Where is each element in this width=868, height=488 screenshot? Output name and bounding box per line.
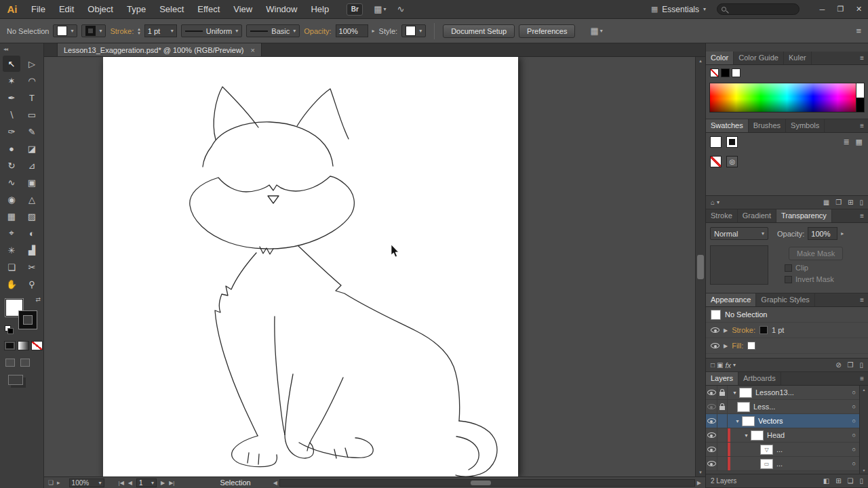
visibility-toggle[interactable] xyxy=(706,457,717,470)
layer-thumbnail[interactable] xyxy=(742,416,755,426)
cs-live-icon[interactable]: ∿ xyxy=(397,4,405,14)
tool-type[interactable]: T xyxy=(23,89,41,106)
tab-stroke[interactable]: Stroke xyxy=(706,209,738,222)
close-button[interactable]: ✕ xyxy=(850,5,868,14)
tab-close-icon[interactable]: × xyxy=(251,46,255,54)
duplicate-item-icon[interactable]: ❐ xyxy=(848,361,854,369)
black-white-ramp[interactable] xyxy=(856,83,864,112)
new-sublayer-icon[interactable]: ⊞ xyxy=(835,477,841,485)
invert-mask-checkbox[interactable] xyxy=(785,276,792,283)
collapse-panel-icon[interactable]: ◂◂ xyxy=(0,43,43,56)
tool-hand[interactable]: ✋ xyxy=(3,276,20,292)
visibility-toggle[interactable] xyxy=(706,443,717,456)
swatch-kinds-icon[interactable]: ▦ xyxy=(823,199,829,206)
tool-shape-builder[interactable]: ◉ xyxy=(3,191,20,207)
target-icon[interactable]: ○ xyxy=(852,446,856,453)
layer-row-less[interactable]: Less... ○ xyxy=(706,400,868,414)
appearance-stroke-row[interactable]: ▶ Stroke: 1 pt xyxy=(706,323,868,338)
horizontal-scrollbar-thumb[interactable] xyxy=(471,481,491,485)
color-spectrum[interactable] xyxy=(709,83,865,113)
fill-link[interactable]: Fill: xyxy=(732,342,743,350)
tool-magic-wand[interactable]: ✶ xyxy=(3,73,20,89)
expand-icon[interactable]: ▼ xyxy=(735,419,740,424)
status-flyout-icon[interactable]: ▸ xyxy=(57,479,60,486)
tab-transparency[interactable]: Transparency xyxy=(776,209,832,222)
visibility-eye-icon[interactable] xyxy=(711,327,719,333)
menu-effect[interactable]: Effect xyxy=(191,0,226,18)
draw-behind-icon[interactable] xyxy=(20,359,30,367)
layers-scrollbar[interactable]: ▴ ▾ xyxy=(859,386,868,474)
menu-object[interactable]: Object xyxy=(81,0,120,18)
new-stroke-icon[interactable]: □ xyxy=(711,361,715,369)
list-view-icon[interactable]: ≣ xyxy=(843,138,849,146)
stroke-swatch[interactable] xyxy=(19,311,37,329)
artboard-number-field[interactable]: 1 ▾ xyxy=(136,479,157,487)
layer-row-vectors[interactable]: ▼ Vectors ○ xyxy=(706,414,868,428)
tool-symbol-sprayer[interactable]: ✳ xyxy=(3,242,20,258)
tab-symbols[interactable]: Symbols xyxy=(786,119,825,132)
workspace-switcher[interactable]: ▦ Essentials ▾ xyxy=(651,5,706,14)
tool-blend[interactable]: ◐ xyxy=(23,225,41,241)
menu-view[interactable]: View xyxy=(226,0,259,18)
brush-definition-dropdown[interactable]: Basic ▾ xyxy=(246,24,300,37)
panel-menu-icon[interactable]: ≡ xyxy=(856,119,868,132)
visibility-toggle[interactable] xyxy=(706,386,717,399)
stroke-link[interactable]: Stroke: xyxy=(110,27,134,35)
expand-icon[interactable]: ▼ xyxy=(732,390,737,395)
delete-item-icon[interactable]: ▯ xyxy=(859,361,863,369)
panel-menu-icon[interactable]: ≡ xyxy=(856,209,868,222)
tab-artboards[interactable]: Artboards xyxy=(738,372,781,385)
tool-scale[interactable]: ⊿ xyxy=(23,157,41,174)
visibility-eye-icon[interactable] xyxy=(711,343,719,348)
menu-select[interactable]: Select xyxy=(153,0,191,18)
scroll-up-icon[interactable]: ▴ xyxy=(863,387,865,392)
layer-name[interactable]: Vectors xyxy=(758,417,783,425)
opacity-flyout-icon[interactable]: ▸ xyxy=(372,28,375,34)
tool-slice[interactable]: ✂ xyxy=(23,259,41,275)
new-swatch-icon[interactable]: ⊞ xyxy=(848,199,853,206)
lock-toggle[interactable] xyxy=(717,443,728,456)
stroke-weight-field[interactable]: 1 pt ▾ xyxy=(144,24,177,37)
make-mask-button[interactable]: Make Mask xyxy=(789,247,843,260)
tool-rectangle[interactable]: ▭ xyxy=(23,106,41,123)
lock-toggle[interactable] xyxy=(717,400,728,413)
expand-icon[interactable]: ▶ xyxy=(724,343,728,349)
new-color-group-icon[interactable]: ❐ xyxy=(835,199,842,206)
status-doc-icon[interactable]: ❏ xyxy=(48,479,54,486)
menu-help[interactable]: Help xyxy=(304,0,336,18)
artboard[interactable] xyxy=(103,57,518,476)
lock-toggle[interactable] xyxy=(717,386,728,399)
stroke-weight-stepper[interactable]: ▴ ▾ xyxy=(138,27,140,35)
tool-gradient[interactable]: ▨ xyxy=(23,208,41,224)
white-swatch[interactable] xyxy=(732,68,741,77)
layer-row-head[interactable]: ▼ Head ○ xyxy=(706,428,868,443)
tab-color-guide[interactable]: Color Guide xyxy=(734,52,784,64)
default-colors-icon[interactable] xyxy=(5,325,14,334)
opacity-field[interactable]: 100% xyxy=(336,24,368,37)
tool-paintbrush[interactable]: ✑ xyxy=(3,123,20,140)
delete-layer-icon[interactable]: ▯ xyxy=(859,477,863,485)
tool-column-graph[interactable]: ▟ xyxy=(23,242,41,258)
minimize-button[interactable]: ─ xyxy=(813,5,831,14)
tool-eraser[interactable]: ◪ xyxy=(23,140,41,157)
layer-name[interactable]: Lesson13... xyxy=(755,388,794,396)
appearance-fill-row[interactable]: ▶ Fill: xyxy=(706,338,868,354)
bridge-button[interactable]: Br xyxy=(347,3,363,16)
blend-mode-dropdown[interactable]: Normal ▾ xyxy=(710,227,768,240)
horizontal-scrollbar-track[interactable] xyxy=(279,479,695,487)
menu-type[interactable]: Type xyxy=(120,0,153,18)
expand-icon[interactable]: ▶ xyxy=(724,327,728,333)
lock-toggle[interactable] xyxy=(717,428,728,442)
layer-row-path[interactable]: ▭ ... ○ xyxy=(706,457,868,471)
panel-menu-icon[interactable]: ≡ xyxy=(856,372,868,385)
new-layer-icon[interactable]: ❏ xyxy=(848,477,854,485)
layer-thumbnail[interactable]: ▭ xyxy=(760,459,773,469)
clip-checkbox[interactable] xyxy=(785,264,792,272)
layer-thumbnail[interactable] xyxy=(751,430,764,441)
target-icon[interactable]: ○ xyxy=(852,418,856,424)
layer-name[interactable]: ... xyxy=(776,445,783,453)
variable-width-dropdown[interactable]: Uniform ▾ xyxy=(181,24,243,37)
expand-icon[interactable]: ▼ xyxy=(744,433,749,438)
thumbnail-view-icon[interactable]: ▦ xyxy=(856,138,863,146)
tool-lasso[interactable]: ◠ xyxy=(23,73,41,89)
